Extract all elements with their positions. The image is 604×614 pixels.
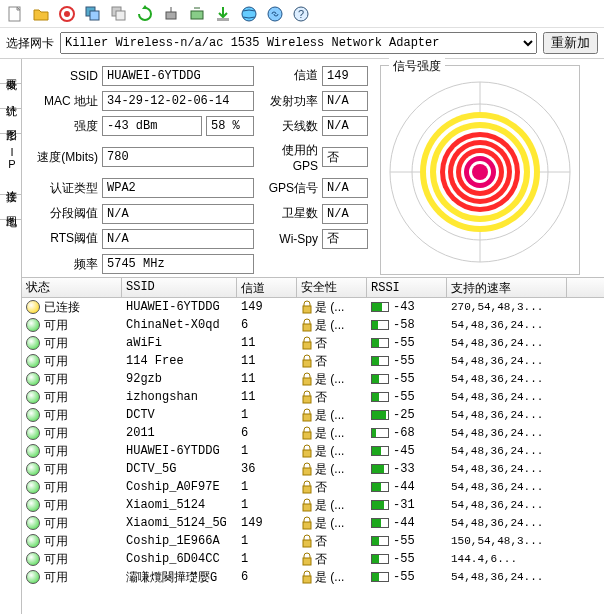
- table-row[interactable]: 可用114 Free11否-5554,48,36,24...: [22, 352, 604, 370]
- tab-summary[interactable]: 概要: [0, 59, 21, 84]
- cell-ssid: DCTV_5G: [122, 462, 237, 476]
- globe-icon[interactable]: [238, 3, 260, 25]
- lock-icon: [301, 444, 313, 458]
- status-text: 可用: [44, 425, 68, 442]
- cell-rate: 54,48,36,24...: [447, 373, 567, 385]
- status-text: 可用: [44, 353, 68, 370]
- tab-map[interactable]: 地图: [0, 195, 21, 220]
- new-icon[interactable]: [4, 3, 26, 25]
- table-row[interactable]: 可用20116是 (...-6854,48,36,24...: [22, 424, 604, 442]
- antenna-label: 天线数: [258, 118, 318, 135]
- download-icon[interactable]: [212, 3, 234, 25]
- svg-rect-48: [303, 558, 311, 565]
- gps-used-label: 使用的GPS: [258, 142, 318, 173]
- freq-field[interactable]: [102, 254, 254, 274]
- open-icon[interactable]: [30, 3, 52, 25]
- status-bullet-icon: [26, 372, 40, 386]
- cell-rssi: -55: [393, 534, 415, 548]
- table-row[interactable]: 可用Xiaomi_5124_5G149是 (...-4454,48,36,24.…: [22, 514, 604, 532]
- txpower-field[interactable]: [322, 91, 368, 111]
- svg-rect-9: [191, 11, 203, 19]
- table-row[interactable]: 已连接HUAWEI-6YTDDG149是 (...-43270,54,48,3.…: [22, 298, 604, 316]
- status-bullet-icon: [26, 354, 40, 368]
- help-icon[interactable]: ?: [290, 3, 312, 25]
- cell-channel: 1: [237, 552, 297, 566]
- table-row[interactable]: 可用Coship_6D04CC1否-55144.4,6...: [22, 550, 604, 568]
- status-text: 可用: [44, 317, 68, 334]
- table-row[interactable]: 可用izhongshan11否-5554,48,36,24...: [22, 388, 604, 406]
- col-security[interactable]: 安全性: [297, 278, 367, 297]
- table-row[interactable]: 可用92gzb11是 (...-5554,48,36,24...: [22, 370, 604, 388]
- table-row[interactable]: 可用HUAWEI-6YTDDG1是 (...-4554,48,36,24...: [22, 442, 604, 460]
- status-text: 可用: [44, 497, 68, 514]
- grid-header: 状态 SSID 信道 安全性 RSSI 支持的速率: [22, 278, 604, 298]
- table-row[interactable]: 可用Coship_A0F97E1否-4454,48,36,24...: [22, 478, 604, 496]
- tab-ipconn[interactable]: IP 连接: [0, 134, 21, 195]
- status-text: 可用: [44, 461, 68, 478]
- cell-security: 是 (...: [315, 425, 344, 442]
- table-row[interactable]: 可用Coship_1E966A1否-55150,54,48,3...: [22, 532, 604, 550]
- cell-channel: 6: [237, 426, 297, 440]
- ssid-field[interactable]: [102, 66, 254, 86]
- table-row[interactable]: 可用灞嗛爦闋撶璴嬮G6是 (...-5554,48,36,24...: [22, 568, 604, 586]
- wispy-label: Wi-Spy: [258, 232, 318, 246]
- link-icon[interactable]: [264, 3, 286, 25]
- antenna-field[interactable]: [322, 116, 368, 136]
- cell-security: 是 (...: [315, 371, 344, 388]
- tab-stats[interactable]: 统计: [0, 84, 21, 109]
- table-row[interactable]: 可用ChinaNet-X0qd6是 (...-5854,48,36,24...: [22, 316, 604, 334]
- rescan-icon[interactable]: [186, 3, 208, 25]
- gps-used-field[interactable]: [322, 147, 368, 167]
- reload-button[interactable]: 重新加: [543, 32, 598, 54]
- cell-rate: 54,48,36,24...: [447, 355, 567, 367]
- auth-field[interactable]: [102, 178, 254, 198]
- rts-field[interactable]: [102, 229, 254, 249]
- table-row[interactable]: 可用aWiFi11否-5554,48,36,24...: [22, 334, 604, 352]
- status-text: 可用: [44, 569, 68, 586]
- copy-blue-icon[interactable]: [82, 3, 104, 25]
- svg-rect-46: [303, 522, 311, 529]
- strength-pct-field[interactable]: [206, 116, 254, 136]
- sat-field[interactable]: [322, 204, 368, 224]
- copy-gray-icon[interactable]: [108, 3, 130, 25]
- col-status[interactable]: 状态: [22, 278, 122, 297]
- lock-icon: [301, 516, 313, 530]
- cell-security: 是 (...: [315, 569, 344, 586]
- status-text: 可用: [44, 407, 68, 424]
- tab-graph[interactable]: 图形: [0, 109, 21, 134]
- frag-label: 分段阈值: [26, 205, 98, 222]
- frag-field[interactable]: [102, 204, 254, 224]
- col-rate[interactable]: 支持的速率: [447, 278, 567, 297]
- table-row[interactable]: 可用Xiaomi_51241是 (...-3154,48,36,24...: [22, 496, 604, 514]
- status-bullet-icon: [26, 462, 40, 476]
- table-row[interactable]: 可用DCTV1是 (...-2554,48,36,24...: [22, 406, 604, 424]
- nic-select[interactable]: Killer Wireless-n/a/ac 1535 Wireless Net…: [60, 32, 537, 54]
- col-rssi[interactable]: RSSI: [367, 278, 447, 297]
- chan-field[interactable]: [322, 66, 368, 86]
- wispy-field[interactable]: [322, 229, 368, 249]
- speed-label: 速度(Mbits): [26, 149, 98, 166]
- cell-channel: 149: [237, 300, 297, 314]
- gps-signal-field[interactable]: [322, 178, 368, 198]
- table-row[interactable]: 可用DCTV_5G36是 (...-3354,48,36,24...: [22, 460, 604, 478]
- ap-icon[interactable]: [160, 3, 182, 25]
- lock-icon: [301, 408, 313, 422]
- cell-ssid: Coship_1E966A: [122, 534, 237, 548]
- cell-security: 是 (...: [315, 497, 344, 514]
- rssi-bar-icon: [371, 320, 389, 330]
- cell-ssid: aWiFi: [122, 336, 237, 350]
- col-ssid[interactable]: SSID: [122, 278, 237, 297]
- cell-rate: 54,48,36,24...: [447, 427, 567, 439]
- mac-field[interactable]: [102, 91, 254, 111]
- cell-rate: 54,48,36,24...: [447, 517, 567, 529]
- cell-channel: 149: [237, 516, 297, 530]
- lock-icon: [301, 462, 313, 476]
- txpower-label: 发射功率: [258, 93, 318, 110]
- refresh-icon[interactable]: [134, 3, 156, 25]
- target-icon[interactable]: [56, 3, 78, 25]
- cell-ssid: HUAWEI-6YTDDG: [122, 444, 237, 458]
- col-channel[interactable]: 信道: [237, 278, 297, 297]
- speed-field[interactable]: [102, 147, 254, 167]
- cell-rssi: -55: [393, 570, 415, 584]
- strength-dbm-field[interactable]: [102, 116, 202, 136]
